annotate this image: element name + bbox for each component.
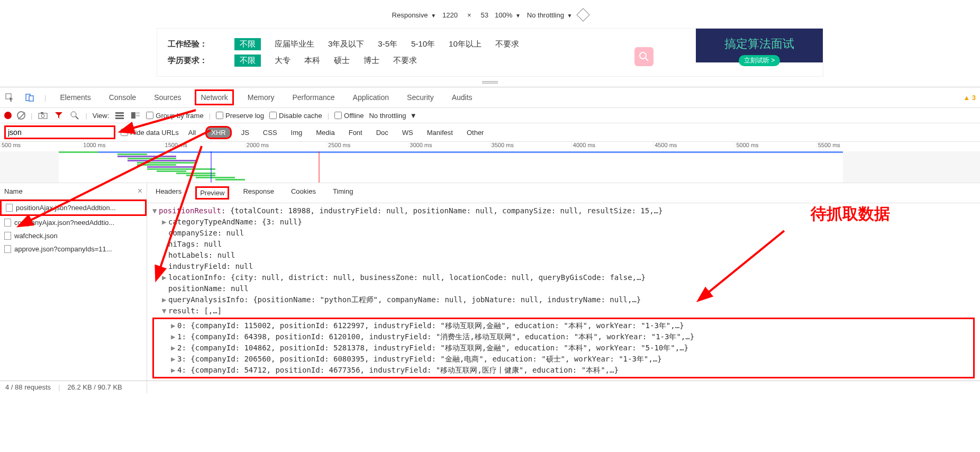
- filter-label: 学历要求：: [168, 56, 221, 66]
- device-mode[interactable]: Responsive ▼: [392, 11, 436, 19]
- name-column-header[interactable]: Name: [4, 187, 23, 195]
- offline-checkbox[interactable]: Offline: [334, 112, 364, 120]
- svg-rect-16: [136, 112, 140, 114]
- camera-icon[interactable]: [38, 110, 48, 121]
- record-icon[interactable]: [4, 112, 12, 119]
- filter-input[interactable]: [4, 125, 115, 139]
- document-icon: [4, 245, 11, 253]
- tick: 5000 ms: [734, 142, 816, 148]
- group-by-frame-checkbox[interactable]: Group by frame: [146, 112, 203, 120]
- close-icon[interactable]: ×: [138, 186, 142, 196]
- rotate-icon[interactable]: [577, 8, 590, 21]
- tab-security[interactable]: Security: [403, 91, 438, 104]
- request-row[interactable]: wafcheck.json: [0, 229, 147, 242]
- json-preview[interactable]: ▼positionResult: {totalCount: 18988, ind…: [147, 203, 980, 381]
- svg-line-2: [646, 58, 648, 61]
- preserve-log-checkbox[interactable]: Preserve log: [216, 112, 264, 120]
- detail-tab-cookies[interactable]: Cookies: [288, 186, 319, 200]
- tab-console[interactable]: Console: [105, 91, 140, 104]
- timeline-overview[interactable]: 500 ms 1000 ms 1500 ms 2000 ms 2500 ms 3…: [0, 142, 980, 183]
- document-icon: [6, 204, 13, 212]
- search-icon: [639, 51, 649, 62]
- banner-cta[interactable]: 立刻试听 >: [739, 55, 780, 66]
- tick: 1500 ms: [164, 142, 245, 148]
- tick: 4500 ms: [653, 142, 734, 148]
- svg-line-12: [76, 116, 78, 119]
- filter-option[interactable]: 本科: [304, 56, 320, 66]
- filter-type-css[interactable]: CSS: [259, 128, 282, 138]
- svg-rect-14: [115, 115, 124, 116]
- viewport-height[interactable]: 53: [481, 11, 488, 19]
- hide-data-urls-checkbox[interactable]: Hide data URLs: [121, 129, 179, 137]
- filter-option[interactable]: 大专: [275, 56, 291, 66]
- detail-tab-response[interactable]: Response: [240, 186, 277, 200]
- inspect-icon[interactable]: [4, 92, 15, 103]
- request-row[interactable]: approve.json?companyIds=11...: [0, 242, 147, 256]
- tab-application[interactable]: Application: [349, 91, 394, 104]
- throttling-dropdown[interactable]: No throttling ▼: [369, 112, 416, 120]
- filter-option[interactable]: 应届毕业生: [275, 39, 314, 49]
- filter-option[interactable]: 不限: [234, 55, 261, 67]
- banner-title: 搞定算法面试: [701, 36, 818, 52]
- filter-option[interactable]: 博士: [364, 56, 379, 66]
- filter-option[interactable]: 3年及以下: [328, 39, 364, 49]
- tick: 500 ms: [0, 142, 81, 148]
- filter-type-all[interactable]: All: [184, 128, 200, 138]
- detail-tab-headers[interactable]: Headers: [152, 186, 185, 200]
- filter-type-media[interactable]: Media: [312, 128, 339, 138]
- detail-tab-timing[interactable]: Timing: [330, 186, 357, 200]
- tab-audits[interactable]: Audits: [448, 91, 477, 104]
- ad-banner[interactable]: 搞定算法面试 立刻试听 >: [696, 29, 823, 62]
- search-button[interactable]: [634, 47, 654, 66]
- filter-type-xhr[interactable]: XHR: [205, 126, 231, 139]
- viewport-width[interactable]: 1220: [442, 11, 458, 19]
- warnings-badge[interactable]: ▲ 3: [963, 94, 976, 102]
- filter-option[interactable]: 不要求: [495, 39, 519, 49]
- filter-option[interactable]: 硕士: [334, 56, 350, 66]
- throttling-select[interactable]: No throttling ▼: [527, 11, 573, 19]
- zoom-level[interactable]: 100% ▼: [495, 11, 521, 19]
- device-toggle-icon[interactable]: [24, 92, 35, 103]
- tab-performance[interactable]: Performance: [288, 91, 339, 104]
- tab-memory[interactable]: Memory: [243, 91, 279, 104]
- page-preview: 工作经验： 不限 应届毕业生 3年及以下 3-5年 5-10年 10年以上 不要…: [0, 24, 980, 77]
- filter-option[interactable]: 不要求: [393, 56, 417, 66]
- svg-rect-13: [115, 112, 124, 114]
- clear-icon[interactable]: [17, 111, 25, 120]
- filter-option[interactable]: 3-5年: [378, 39, 397, 49]
- filter-type-other[interactable]: Other: [462, 128, 488, 138]
- filter-type-js[interactable]: JS: [237, 128, 253, 138]
- disable-cache-checkbox[interactable]: Disable cache: [269, 112, 322, 120]
- filter-type-img[interactable]: Img: [287, 128, 307, 138]
- detail-tab-preview[interactable]: Preview: [195, 186, 229, 200]
- tick: 3000 ms: [408, 142, 489, 148]
- request-row[interactable]: companyAjax.json?needAddtio...: [0, 216, 147, 229]
- filter-label: 工作经验：: [168, 39, 221, 49]
- filter-option[interactable]: 10年以上: [449, 39, 482, 49]
- tab-network[interactable]: Network: [195, 89, 233, 105]
- filter-option[interactable]: 5-10年: [411, 39, 435, 49]
- transfer-size: 26.2 KB / 90.7 KB: [67, 383, 122, 391]
- view-label: View:: [93, 112, 110, 120]
- filter-type-ws[interactable]: WS: [398, 128, 418, 138]
- search-icon[interactable]: [69, 110, 80, 121]
- svg-rect-15: [115, 117, 124, 119]
- tab-elements[interactable]: Elements: [56, 91, 95, 104]
- svg-rect-17: [136, 115, 140, 116]
- filter-type-font[interactable]: Font: [344, 128, 367, 138]
- svg-point-1: [640, 52, 646, 59]
- filter-funnel-icon[interactable]: [53, 110, 64, 121]
- tab-sources[interactable]: Sources: [150, 91, 185, 104]
- filter-option[interactable]: 不限: [234, 38, 261, 50]
- document-icon: [4, 232, 11, 240]
- tick: 1000 ms: [81, 142, 163, 148]
- document-icon: [4, 219, 11, 227]
- request-row[interactable]: positionAjax.json?needAddtion...: [0, 200, 147, 216]
- filter-type-doc[interactable]: Doc: [372, 128, 393, 138]
- waterfall-icon[interactable]: [130, 110, 141, 121]
- svg-rect-18: [131, 112, 135, 119]
- resize-handle[interactable]: [0, 77, 980, 87]
- tick: 3500 ms: [490, 142, 571, 148]
- filter-type-manifest[interactable]: Manifest: [423, 128, 457, 138]
- large-rows-icon[interactable]: [114, 110, 125, 121]
